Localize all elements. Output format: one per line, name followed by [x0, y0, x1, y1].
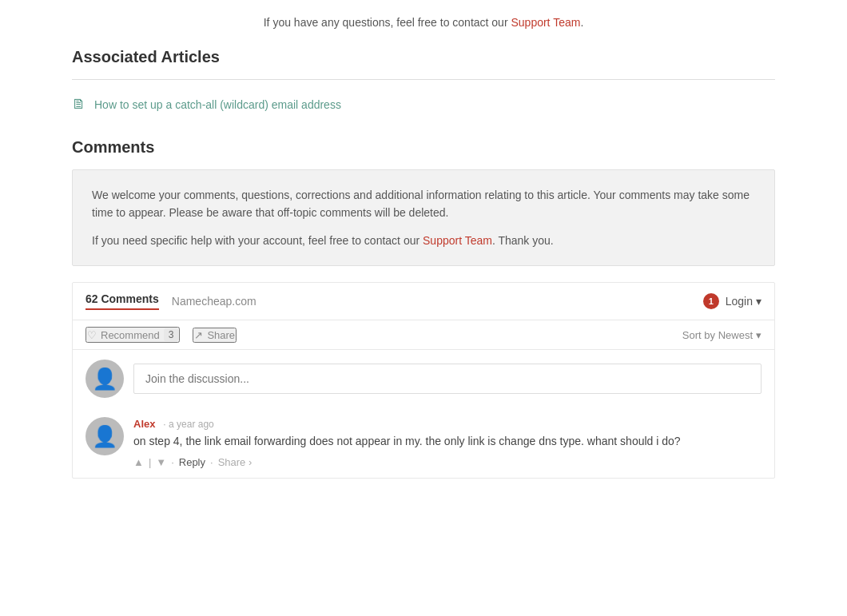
notice-p2-prefix: If you need specific help with your acco… [92, 234, 423, 247]
login-label: Login [726, 295, 753, 308]
login-button[interactable]: Login ▾ [726, 295, 762, 308]
comments-title: Comments [72, 138, 775, 157]
associated-articles-title: Associated Articles [72, 48, 775, 66]
comment-content: Alex · a year ago on step 4, the link em… [133, 417, 762, 468]
reply-button[interactable]: Reply [179, 456, 205, 468]
footer-separator: | [149, 456, 151, 468]
comments-notice: We welcome your comments, questions, cor… [72, 169, 775, 266]
comment-text: on step 4, the link email forwarding doe… [133, 433, 762, 450]
commenter-avatar-icon: 👤 [92, 424, 117, 449]
disqus-header: 62 Comments Namecheap.com 1 Login ▾ [73, 283, 774, 320]
login-badge: 1 [703, 293, 719, 309]
tab-namecheap[interactable]: Namecheap.com [172, 295, 256, 308]
disqus-widget: 62 Comments Namecheap.com 1 Login ▾ ♡ Re… [72, 282, 775, 479]
article-link[interactable]: How to set up a catch-all (wildcard) ema… [94, 98, 341, 111]
comment-row: 👤 Alex · a year ago on step 4, the link … [85, 411, 762, 468]
comment-footer: ▲ | ▼ · Reply · Share › [133, 456, 762, 468]
share-icon: ↗ [194, 329, 203, 341]
footer-dot2: · [210, 456, 213, 468]
recommend-button[interactable]: ♡ Recommend 3 [85, 327, 180, 343]
recommend-count: 3 [164, 328, 179, 341]
current-user-avatar: 👤 [85, 360, 124, 398]
join-discussion-row: 👤 [85, 360, 762, 398]
article-link-row: 🗎 How to set up a catch-all (wildcard) e… [72, 96, 775, 113]
notice-support-link[interactable]: Support Team [423, 234, 492, 247]
comment-time: · a year ago [163, 419, 213, 430]
sort-chevron-icon: ▾ [756, 329, 762, 341]
heart-icon: ♡ [87, 329, 97, 341]
associated-articles-section: Associated Articles 🗎 How to set up a ca… [72, 48, 775, 113]
comments-notice-p2: If you need specific help with your acco… [92, 232, 755, 249]
share-label: Share [207, 329, 235, 341]
share-button[interactable]: ↗ Share [193, 328, 237, 343]
top-note: If you have any questions, feel free to … [72, 16, 775, 29]
comment-share-button[interactable]: Share › [218, 456, 253, 468]
comment-meta: Alex · a year ago [133, 417, 762, 430]
disqus-body: 👤 👤 Alex · a year ago on step 4, the [73, 350, 774, 478]
article-icon: 🗎 [72, 96, 86, 113]
comments-section: Comments We welcome your comments, quest… [72, 138, 775, 479]
sort-by-button[interactable]: Sort by Newest ▾ [682, 329, 762, 341]
sort-label: Sort by Newest [682, 329, 753, 341]
disqus-actions-bar: ♡ Recommend 3 ↗ Share Sort by Newest ▾ [73, 320, 774, 350]
support-team-link[interactable]: Support Team [511, 16, 580, 29]
notice-p2-suffix: . Thank you. [492, 234, 554, 247]
upvote-button[interactable]: ▲ [133, 456, 144, 468]
section-divider [72, 79, 775, 80]
join-discussion-input[interactable] [133, 364, 762, 394]
top-note-period: . [580, 16, 583, 29]
commenter-avatar: 👤 [85, 417, 124, 455]
top-note-text: If you have any questions, feel free to … [264, 16, 511, 29]
footer-dot: · [171, 456, 174, 468]
comments-notice-p1: We welcome your comments, questions, cor… [92, 186, 755, 222]
recommend-label: Recommend [101, 329, 160, 341]
comment-author: Alex [133, 418, 155, 430]
page-wrapper: If you have any questions, feel free to … [40, 0, 807, 511]
downvote-button[interactable]: ▼ [156, 456, 166, 468]
tab-comments[interactable]: 62 Comments [85, 292, 159, 310]
login-chevron-icon: ▾ [756, 295, 762, 308]
disqus-header-right: 1 Login ▾ [703, 293, 762, 309]
avatar-icon: 👤 [92, 367, 117, 391]
